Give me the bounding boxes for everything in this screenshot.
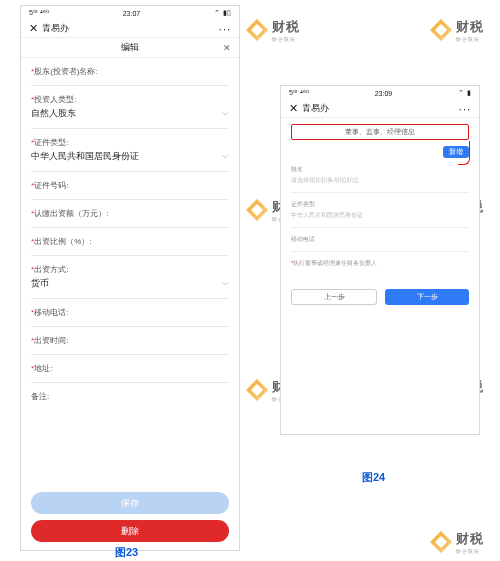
label-mobile: 移动电话: <box>34 308 68 317</box>
label-invest-ratio: 出资比例（%）: <box>34 237 91 246</box>
caption-23: 图23 <box>115 545 138 560</box>
delete-button[interactable]: 删除 <box>31 520 229 542</box>
label-subscribed-capital: 认缴出资额（万元）: <box>34 209 108 218</box>
wm-sub: 联合联拓 <box>272 36 300 42</box>
label-investor-type: 投资人类型: <box>34 95 76 104</box>
next-button[interactable]: 下一步 <box>385 289 469 305</box>
more-icon[interactable]: ··· <box>219 23 231 35</box>
chevron-down-icon: ﹀ <box>221 279 229 290</box>
label-dual-role: 执行董事或经理兼任财务负责人 <box>293 260 377 266</box>
title-bar: ✕ 青易办 ··· <box>21 20 239 38</box>
section-callout: 董事、监事、经理信息 <box>291 124 469 140</box>
label-address: 地址: <box>34 364 52 373</box>
chevron-down-icon: ﹀ <box>221 152 229 163</box>
caption-24: 图24 <box>362 470 385 485</box>
hint-position: 请选择现任职务/职位职位 <box>291 176 469 185</box>
select-invest-method[interactable]: 货币﹀ <box>31 278 229 290</box>
label-mobile: 移动电话 <box>291 235 469 244</box>
close-icon[interactable]: ✕ <box>289 102 298 115</box>
select-investor-type[interactable]: 自然人股东﹀ <box>31 108 229 120</box>
label-invest-method: 出资方式: <box>34 265 68 274</box>
phone-figure-24: 5ᴳᵗ ⁴⁶ᴳ 23:09 ⌃▮ ✕ 青易办 ··· 董事、监事、经理信息 新增… <box>280 85 480 435</box>
status-bar: 5ᴳᵗ ⁴⁶ᴳ 23:09 ⌃▮ <box>281 86 479 100</box>
edit-header: 编辑 ✕ <box>21 38 239 58</box>
close-icon[interactable]: ✕ <box>223 43 231 53</box>
close-icon[interactable]: ✕ <box>29 22 38 35</box>
select-id-type[interactable]: 中华人民共和国居民身份证﹀ <box>31 151 229 163</box>
title-bar: ✕ 青易办 ··· <box>281 100 479 118</box>
more-icon[interactable]: ··· <box>459 103 471 115</box>
chevron-down-icon: ﹀ <box>221 109 229 120</box>
value-id-type: 中华人民共和国居民身份证 <box>291 211 469 220</box>
label-shareholder-name: 股东(投资者)名称: <box>34 67 98 76</box>
phone-figure-23: 5ᴳᵗ ⁴⁶ᴳ 23:07 ⌃▮▯ ✕ 青易办 ··· 编辑 ✕ *股东(投资者… <box>20 5 240 551</box>
label-id-number: 证件号码: <box>34 181 68 190</box>
page-title: 青易办 <box>42 22 69 35</box>
status-bar: 5ᴳᵗ ⁴⁶ᴳ 23:07 ⌃▮▯ <box>21 6 239 20</box>
wm-brand: 财税 <box>272 18 300 36</box>
page-title: 青易办 <box>302 102 329 115</box>
label-remark: 备注: <box>31 392 49 401</box>
add-button[interactable]: 新增 <box>443 146 469 158</box>
save-button[interactable]: 保存 <box>31 492 229 514</box>
label-id-type: 证件类型 <box>291 200 469 209</box>
prev-button[interactable]: 上一步 <box>291 289 377 305</box>
label-name: 姓名 <box>291 165 469 174</box>
label-invest-time: 出资时间: <box>34 336 68 345</box>
label-id-type: 证件类型: <box>34 138 68 147</box>
